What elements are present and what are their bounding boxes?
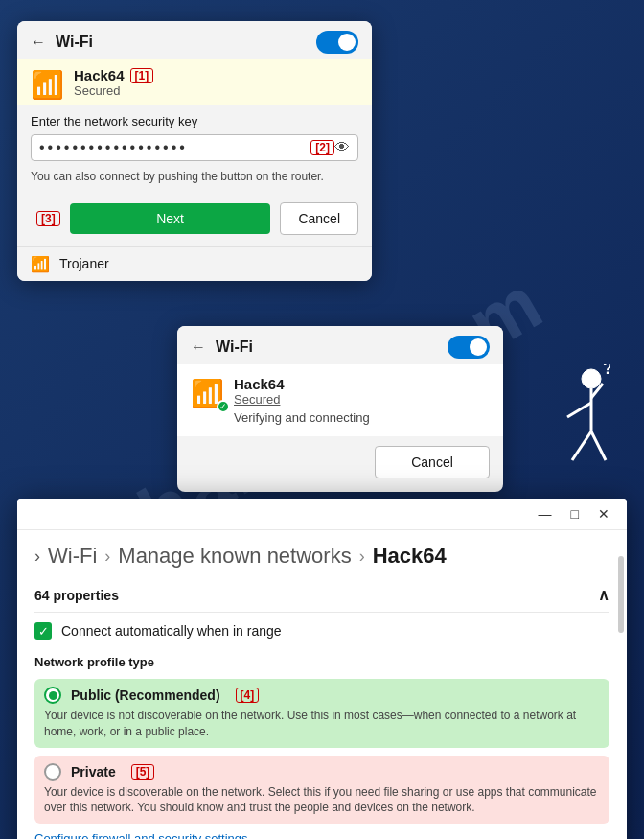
private-network-option: Private [5] Your device is discoverable … — [34, 756, 610, 825]
close-button[interactable]: ✕ — [588, 502, 619, 525]
label1-badge: [1] — [130, 68, 154, 83]
breadcrumb-sep2: › — [359, 547, 365, 567]
label2-badge: [2] — [310, 140, 334, 155]
panel2-wifi-toggle[interactable] — [448, 336, 490, 359]
panel2-titlebar: ← Wi-Fi — [177, 326, 503, 364]
network-name: Hack64 — [74, 67, 125, 83]
label5-badge: [5] — [131, 764, 155, 780]
router-hint-text: You can also connect by pushing the butt… — [31, 169, 358, 185]
public-radio-button[interactable] — [44, 687, 61, 704]
other-wifi-entry: 📶 Trojaner — [17, 246, 372, 281]
back-arrow-icon[interactable]: ← — [31, 34, 46, 51]
password-section: Enter the network security key •••••••••… — [17, 105, 372, 202]
public-radio-header: Public (Recommended) [4] — [44, 687, 600, 704]
panel2-wifi-icon: 📶 ✓ — [191, 378, 224, 409]
wifi-signal-icon: 📶 — [31, 69, 64, 101]
scrollbar[interactable] — [617, 556, 625, 839]
panel2-cancel-button[interactable]: Cancel — [375, 446, 490, 478]
private-radio-header: Private [5] — [44, 763, 600, 781]
breadcrumb-current: Hack64 — [373, 544, 447, 569]
password-input-container: •••••••••••••••••• [2] 👁 — [31, 134, 358, 161]
private-option-desc: Your device is discoverable on the netwo… — [44, 784, 600, 817]
label3-badge: [3] — [36, 211, 60, 226]
cancel-button[interactable]: Cancel — [280, 202, 358, 235]
panel2-secured-status: Secured — [234, 392, 490, 407]
properties-section: 64 properties ∧ ✓ Connect automatically … — [17, 578, 627, 839]
password-visibility-toggle[interactable]: 👁 — [334, 139, 350, 156]
network-entry-hack64: 📶 Hack64 [1] Secured — [17, 59, 372, 105]
password-prompt-label: Enter the network security key — [31, 114, 358, 128]
panel3-titlebar: — □ ✕ — [17, 499, 627, 530]
breadcrumb-sep1: › — [104, 547, 110, 567]
next-button[interactable]: Next — [70, 203, 271, 234]
auto-connect-row: ✓ Connect automatically when in range — [34, 622, 610, 640]
other-wifi-icon: 📶 — [31, 255, 50, 273]
chevron-up-icon: ∧ — [598, 586, 610, 604]
properties-header-text: 64 properties — [34, 588, 119, 603]
panel1-titlebar: ← Wi-Fi — [17, 21, 372, 59]
maximize-button[interactable]: □ — [562, 502, 588, 525]
wifi-password-panel: ← Wi-Fi 📶 Hack64 [1] Secured Enter the n… — [17, 21, 372, 281]
verifying-panel: ← Wi-Fi 📶 ✓ Hack64 Secured Verifying and… — [177, 326, 503, 492]
verifying-text: Verifying and connecting — [234, 410, 490, 425]
breadcrumb-wifi[interactable]: Wi-Fi — [48, 544, 97, 569]
breadcrumb-manage[interactable]: Manage known networks — [118, 544, 351, 569]
other-wifi-name: Trojaner — [59, 256, 109, 271]
panel2-back-arrow[interactable]: ← — [191, 338, 206, 356]
wifi-toggle[interactable] — [316, 31, 358, 54]
properties-header[interactable]: 64 properties ∧ — [34, 578, 610, 613]
firewall-settings-link[interactable]: Configure firewall and security settings — [34, 831, 610, 839]
panel2-title: Wi-Fi — [216, 338, 448, 356]
auto-connect-checkbox[interactable]: ✓ — [34, 622, 52, 640]
breadcrumb-arrow[interactable]: › — [34, 547, 40, 567]
public-network-option: Public (Recommended) [4] Your device is … — [34, 679, 610, 748]
checkmark-icon: ✓ — [38, 624, 49, 639]
panel1-title: Wi-Fi — [56, 34, 316, 51]
panel2-network-entry: 📶 ✓ Hack64 Secured Verifying and connect… — [177, 364, 503, 436]
manage-networks-panel: — □ ✕ › Wi-Fi › Manage known networks › … — [17, 499, 627, 839]
auto-connect-label: Connect automatically when in range — [61, 623, 282, 639]
password-input[interactable]: •••••••••••••••••• — [39, 139, 305, 156]
public-option-desc: Your device is not discoverable on the n… — [44, 708, 600, 740]
panel2-network-name: Hack64 — [234, 376, 490, 392]
breadcrumb: › Wi-Fi › Manage known networks › Hack64 — [17, 530, 627, 578]
private-radio-button[interactable] — [44, 763, 61, 781]
minimize-button[interactable]: — — [529, 502, 562, 525]
scrollbar-thumb — [618, 556, 624, 633]
public-option-label: Public (Recommended) — [71, 688, 220, 703]
label4-badge: [4] — [236, 688, 260, 703]
profile-type-label: Network profile type — [34, 655, 610, 669]
network-secured-status: Secured — [74, 83, 358, 98]
private-option-label: Private — [71, 764, 116, 780]
